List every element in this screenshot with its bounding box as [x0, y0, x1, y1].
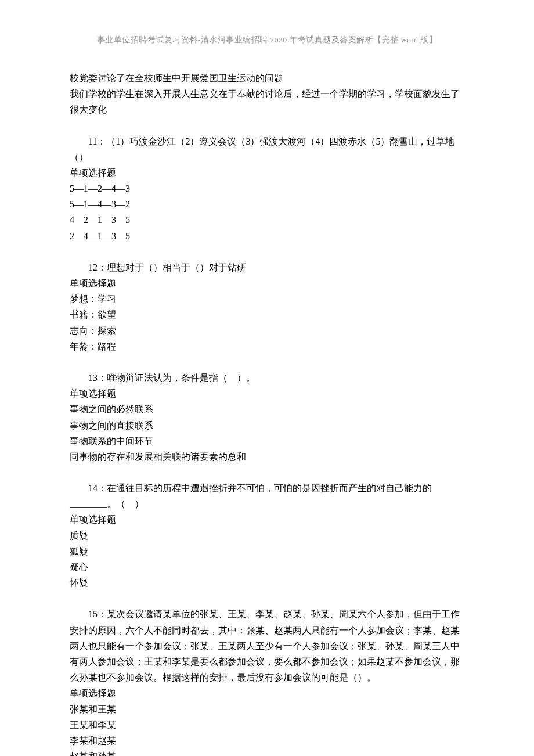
- q12-type: 单项选择题: [70, 275, 464, 291]
- q12-opt-b: 书籍：欲望: [70, 307, 464, 322]
- q14-opt-c: 疑心: [70, 559, 464, 575]
- q13-opt-d: 同事物的存在和发展相关联的诸要素的总和: [70, 449, 464, 465]
- q14-opt-a: 质疑: [70, 528, 464, 543]
- q14-type: 单项选择题: [70, 512, 464, 527]
- q12-opt-a: 梦想：学习: [70, 291, 464, 307]
- q11-opt-c: 4—2—1—3—5: [70, 212, 464, 228]
- q13-opt-a: 事物之间的必然联系: [70, 401, 464, 417]
- q12-opt-d: 年龄：路程: [70, 339, 464, 354]
- q11-opt-d: 2—4—1—3—5: [70, 228, 464, 244]
- q15-opt-b: 王某和李某: [70, 717, 464, 733]
- q13-stem: 13：唯物辩证法认为，条件是指（ ）。: [70, 370, 464, 386]
- document-page: 事业单位招聘考试复习资料-清水河事业编招聘 2020 年考试真题及答案解析【完整…: [0, 0, 534, 756]
- q11-opt-b: 5—1—4—3—2: [70, 196, 464, 212]
- q12-opt-c: 志向：探索: [70, 323, 464, 339]
- q12-stem: 12：理想对于（）相当于（）对于钻研: [70, 260, 464, 275]
- q14-opt-d: 怀疑: [70, 575, 464, 591]
- q11-type: 单项选择题: [70, 165, 464, 181]
- q13-opt-c: 事物联系的中间环节: [70, 433, 464, 449]
- q11-opt-a: 5—1—2—4—3: [70, 181, 464, 196]
- page-header: 事业单位招聘考试复习资料-清水河事业编招聘 2020 年考试真题及答案解析【完整…: [70, 34, 464, 47]
- q14-opt-b: 狐疑: [70, 543, 464, 559]
- q15-stem: 15：某次会议邀请某单位的张某、王某、李某、赵某、孙某、周某六个人参加，但由于工…: [70, 606, 464, 685]
- q15-opt-c: 李某和赵某: [70, 733, 464, 748]
- q15-opt-a: 张某和王某: [70, 701, 464, 717]
- q13-type: 单项选择题: [70, 386, 464, 401]
- q15-opt-d: 赵某和孙某: [70, 748, 464, 756]
- orphan-line-1: 校党委讨论了在全校师生中开展爱国卫生运动的问题: [70, 70, 464, 86]
- orphan-line-2: 我们学校的学生在深入开展人生意义在于奉献的讨论后，经过一个学期的学习，学校面貌发…: [70, 86, 464, 117]
- q14-stem: 14：在通往目标的历程中遭遇挫折并不可怕，可怕的是因挫折而产生的对自己能力的__…: [70, 480, 464, 512]
- q15-type: 单项选择题: [70, 685, 464, 701]
- q11-stem: 11：（1）巧渡金沙江（2）遵义会议（3）强渡大渡河（4）四渡赤水（5）翻雪山，…: [70, 134, 464, 165]
- q13-opt-b: 事物之间的直接联系: [70, 417, 464, 433]
